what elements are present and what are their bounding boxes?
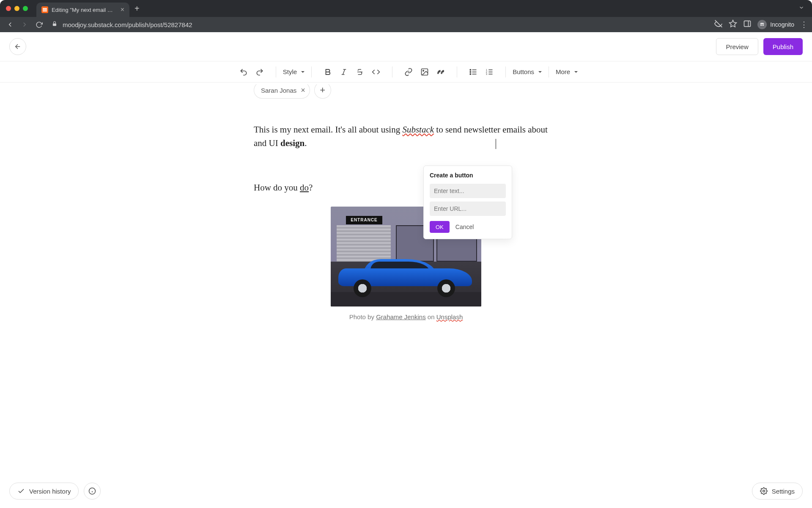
version-history-button[interactable]: Version history — [9, 483, 79, 500]
svg-point-19 — [470, 73, 471, 75]
incognito-badge[interactable]: Incognito — [757, 20, 794, 29]
browser-menu-icon[interactable]: ⋮ — [800, 20, 808, 29]
editor-area: Saran Jonas × + This is my next email. I… — [0, 82, 812, 507]
substack-favicon-icon — [41, 6, 48, 13]
settings-button[interactable]: Settings — [752, 483, 803, 500]
svg-text:3: 3 — [486, 72, 487, 75]
ordered-list-button[interactable]: 123 — [482, 64, 497, 80]
more-dropdown[interactable]: More — [553, 68, 580, 75]
svg-line-10 — [343, 69, 345, 75]
url-text[interactable]: moodjoy.substack.com/publish/post/528278… — [63, 21, 192, 28]
quote-button[interactable] — [433, 64, 448, 80]
svg-rect-3 — [744, 21, 751, 26]
svg-point-6 — [763, 24, 764, 26]
svg-point-5 — [760, 24, 762, 26]
editor-back-button[interactable] — [9, 38, 26, 55]
nav-back-button[interactable] — [4, 19, 16, 30]
buttons-dropdown[interactable]: Buttons — [510, 68, 544, 75]
window-close-icon[interactable] — [6, 6, 11, 11]
new-tab-button[interactable]: + — [134, 4, 140, 14]
author-row: Saran Jonas × + — [254, 82, 558, 99]
svg-point-17 — [470, 69, 471, 70]
star-icon[interactable] — [729, 19, 737, 30]
entrance-sign: ENTRANCE — [346, 216, 382, 224]
browser-chrome: Editing "My next email messag × + moodjo… — [0, 0, 812, 32]
nav-forward-button[interactable] — [19, 19, 30, 30]
incognito-label: Incognito — [770, 21, 794, 28]
address-bar: moodjoy.substack.com/publish/post/528278… — [0, 17, 812, 32]
popover-ok-button[interactable]: OK — [430, 221, 450, 233]
add-author-button[interactable]: + — [314, 82, 331, 99]
popover-cancel-button[interactable]: Cancel — [455, 224, 474, 230]
link-button[interactable] — [401, 64, 416, 80]
popover-title: Create a button — [430, 172, 506, 179]
window-maximize-icon[interactable] — [23, 6, 28, 11]
svg-marker-2 — [730, 20, 737, 27]
bold-text: design — [280, 138, 304, 148]
svg-point-29 — [763, 490, 765, 492]
svg-point-13 — [423, 70, 424, 71]
panel-icon[interactable] — [743, 19, 752, 30]
preview-button[interactable]: Preview — [716, 38, 758, 55]
post-content[interactable]: Saran Jonas × + This is my next email. I… — [254, 82, 558, 321]
tab-overflow-icon[interactable] — [798, 5, 804, 12]
browser-tab[interactable]: Editing "My next email messag × — [36, 3, 129, 17]
editor-toolbar: Style 123 Buttons More — [0, 61, 812, 83]
create-button-popover: Create a button OK Cancel — [423, 166, 512, 239]
incognito-icon — [757, 20, 767, 29]
bullet-list-button[interactable] — [466, 64, 481, 80]
strikethrough-button[interactable] — [352, 64, 368, 80]
photographer-link[interactable]: Grahame Jenkins — [376, 313, 426, 320]
app-header: Preview Publish — [0, 32, 812, 61]
source-link[interactable]: Unsplash — [436, 313, 463, 320]
window-controls — [6, 6, 28, 11]
text-cursor-icon — [496, 139, 496, 149]
code-button[interactable] — [368, 64, 384, 80]
paragraph-1[interactable]: This is my next email. It's all about us… — [254, 123, 558, 150]
nav-reload-button[interactable] — [33, 19, 45, 30]
spellcheck-underline: Substack — [402, 124, 434, 135]
eye-off-icon[interactable] — [714, 19, 723, 30]
tab-title: Editing "My next email messag — [52, 7, 117, 13]
tab-close-icon[interactable]: × — [121, 6, 124, 13]
author-name: Saran Jonas — [261, 87, 296, 94]
image-caption[interactable]: Photo by Grahame Jenkins on Unsplash — [349, 312, 463, 321]
editor-footer: Version history Settings — [0, 475, 812, 507]
author-chip[interactable]: Saran Jonas × — [254, 82, 310, 99]
redo-button[interactable] — [252, 64, 267, 80]
paragraph-2[interactable]: How do you do? — [254, 181, 558, 195]
publish-button[interactable]: Publish — [763, 38, 803, 55]
button-url-input[interactable] — [430, 202, 506, 216]
style-dropdown[interactable]: Style — [280, 68, 307, 75]
italic-button[interactable] — [336, 64, 351, 80]
image-button[interactable] — [417, 64, 432, 80]
button-text-input[interactable] — [430, 184, 506, 198]
image-figure[interactable]: ENTRANCE Photo by Grahame Jenkins on Uns… — [254, 207, 558, 321]
info-button[interactable] — [84, 483, 101, 500]
window-minimize-icon[interactable] — [14, 6, 19, 11]
svg-rect-0 — [53, 23, 56, 26]
undo-button[interactable] — [236, 64, 251, 80]
bold-button[interactable] — [320, 64, 335, 80]
lock-icon[interactable] — [52, 21, 58, 28]
tab-bar: Editing "My next email messag × + — [0, 0, 812, 17]
svg-point-18 — [470, 71, 471, 72]
remove-author-icon[interactable]: × — [301, 86, 305, 95]
